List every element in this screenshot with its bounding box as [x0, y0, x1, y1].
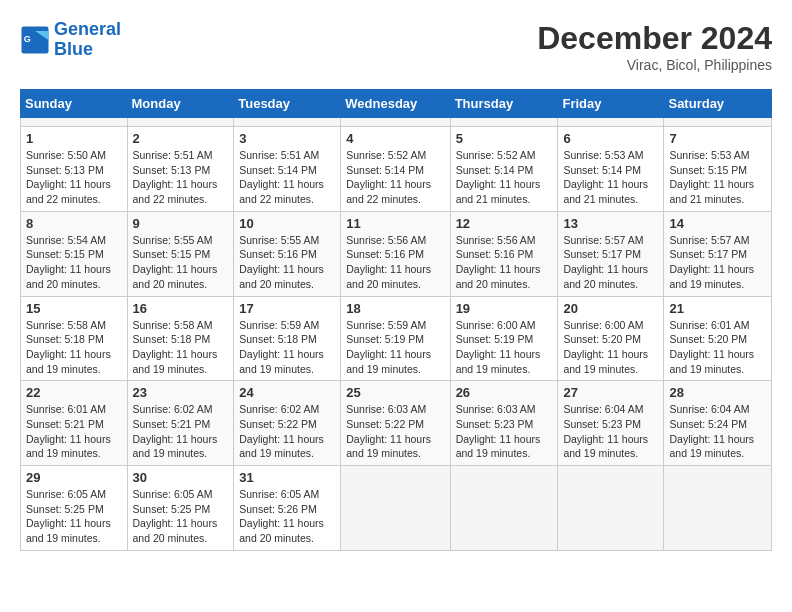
- location: Virac, Bicol, Philippines: [537, 57, 772, 73]
- day-23: 23 Sunrise: 6:02 AMSunset: 5:21 PMDaylig…: [127, 381, 234, 466]
- header-wednesday: Wednesday: [341, 90, 450, 118]
- day-27: 27 Sunrise: 6:04 AMSunset: 5:23 PMDaylig…: [558, 381, 664, 466]
- empty-cell: [341, 466, 450, 551]
- empty-cell: [127, 118, 234, 127]
- day-14: 14 Sunrise: 5:57 AMSunset: 5:17 PMDaylig…: [664, 211, 772, 296]
- day-18: 18 Sunrise: 5:59 AMSunset: 5:19 PMDaylig…: [341, 296, 450, 381]
- day-12: 12 Sunrise: 5:56 AMSunset: 5:16 PMDaylig…: [450, 211, 558, 296]
- week-2: 1 Sunrise: 5:50 AMSunset: 5:13 PMDayligh…: [21, 127, 772, 212]
- day-24: 24 Sunrise: 6:02 AMSunset: 5:22 PMDaylig…: [234, 381, 341, 466]
- day-29: 29 Sunrise: 6:05 AMSunset: 5:25 PMDaylig…: [21, 466, 128, 551]
- calendar-header-row: Sunday Monday Tuesday Wednesday Thursday…: [21, 90, 772, 118]
- header-sunday: Sunday: [21, 90, 128, 118]
- day-7: 7 Sunrise: 5:53 AMSunset: 5:15 PMDayligh…: [664, 127, 772, 212]
- empty-cell: [664, 466, 772, 551]
- logo-general: General: [54, 19, 121, 39]
- header-friday: Friday: [558, 90, 664, 118]
- day-31: 31 Sunrise: 6:05 AMSunset: 5:26 PMDaylig…: [234, 466, 341, 551]
- day-28: 28 Sunrise: 6:04 AMSunset: 5:24 PMDaylig…: [664, 381, 772, 466]
- svg-text:G: G: [24, 33, 31, 43]
- day-22: 22 Sunrise: 6:01 AMSunset: 5:21 PMDaylig…: [21, 381, 128, 466]
- week-5: 22 Sunrise: 6:01 AMSunset: 5:21 PMDaylig…: [21, 381, 772, 466]
- day-25: 25 Sunrise: 6:03 AMSunset: 5:22 PMDaylig…: [341, 381, 450, 466]
- empty-cell: [234, 118, 341, 127]
- logo: G General Blue: [20, 20, 121, 60]
- title-block: December 2024 Virac, Bicol, Philippines: [537, 20, 772, 73]
- day-19: 19 Sunrise: 6:00 AMSunset: 5:19 PMDaylig…: [450, 296, 558, 381]
- day-30: 30 Sunrise: 6:05 AMSunset: 5:25 PMDaylig…: [127, 466, 234, 551]
- week-4: 15 Sunrise: 5:58 AMSunset: 5:18 PMDaylig…: [21, 296, 772, 381]
- empty-cell: [558, 118, 664, 127]
- header-monday: Monday: [127, 90, 234, 118]
- day-15: 15 Sunrise: 5:58 AMSunset: 5:18 PMDaylig…: [21, 296, 128, 381]
- calendar-table: Sunday Monday Tuesday Wednesday Thursday…: [20, 89, 772, 551]
- day-5: 5 Sunrise: 5:52 AMSunset: 5:14 PMDayligh…: [450, 127, 558, 212]
- logo-icon: G: [20, 25, 50, 55]
- week-3: 8 Sunrise: 5:54 AMSunset: 5:15 PMDayligh…: [21, 211, 772, 296]
- week-1: [21, 118, 772, 127]
- header-thursday: Thursday: [450, 90, 558, 118]
- day-17: 17 Sunrise: 5:59 AMSunset: 5:18 PMDaylig…: [234, 296, 341, 381]
- empty-cell: [558, 466, 664, 551]
- empty-cell: [450, 118, 558, 127]
- day-1: 1 Sunrise: 5:50 AMSunset: 5:13 PMDayligh…: [21, 127, 128, 212]
- empty-cell: [450, 466, 558, 551]
- day-8: 8 Sunrise: 5:54 AMSunset: 5:15 PMDayligh…: [21, 211, 128, 296]
- empty-cell: [664, 118, 772, 127]
- empty-cell: [21, 118, 128, 127]
- month-title: December 2024: [537, 20, 772, 57]
- day-9: 9 Sunrise: 5:55 AMSunset: 5:15 PMDayligh…: [127, 211, 234, 296]
- day-6: 6 Sunrise: 5:53 AMSunset: 5:14 PMDayligh…: [558, 127, 664, 212]
- day-13: 13 Sunrise: 5:57 AMSunset: 5:17 PMDaylig…: [558, 211, 664, 296]
- day-16: 16 Sunrise: 5:58 AMSunset: 5:18 PMDaylig…: [127, 296, 234, 381]
- day-11: 11 Sunrise: 5:56 AMSunset: 5:16 PMDaylig…: [341, 211, 450, 296]
- header-tuesday: Tuesday: [234, 90, 341, 118]
- page-header: G General Blue December 2024 Virac, Bico…: [20, 20, 772, 73]
- header-saturday: Saturday: [664, 90, 772, 118]
- day-21: 21 Sunrise: 6:01 AMSunset: 5:20 PMDaylig…: [664, 296, 772, 381]
- day-3: 3 Sunrise: 5:51 AMSunset: 5:14 PMDayligh…: [234, 127, 341, 212]
- day-26: 26 Sunrise: 6:03 AMSunset: 5:23 PMDaylig…: [450, 381, 558, 466]
- empty-cell: [341, 118, 450, 127]
- day-4: 4 Sunrise: 5:52 AMSunset: 5:14 PMDayligh…: [341, 127, 450, 212]
- day-10: 10 Sunrise: 5:55 AMSunset: 5:16 PMDaylig…: [234, 211, 341, 296]
- day-20: 20 Sunrise: 6:00 AMSunset: 5:20 PMDaylig…: [558, 296, 664, 381]
- week-6: 29 Sunrise: 6:05 AMSunset: 5:25 PMDaylig…: [21, 466, 772, 551]
- logo-blue: Blue: [54, 39, 93, 59]
- day-2: 2 Sunrise: 5:51 AMSunset: 5:13 PMDayligh…: [127, 127, 234, 212]
